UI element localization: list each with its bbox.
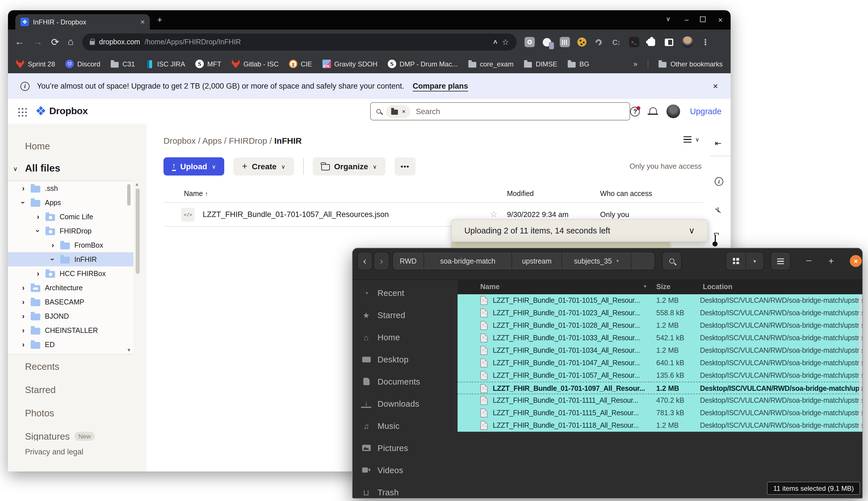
sidebar-item-starred[interactable]: Starred <box>25 385 56 395</box>
search-filter-chip[interactable]: × <box>386 105 411 118</box>
fm-back-button[interactable]: ‹ <box>357 252 372 270</box>
url-bar[interactable]: dropbox.com /home/Apps/FHIRDrop/InFHIR <… <box>82 33 516 51</box>
tab-search-chevron-icon[interactable]: ∨ <box>666 15 671 23</box>
fm-search-button[interactable] <box>662 252 682 270</box>
fm-sidebar-trash[interactable]: ⊔Trash <box>352 481 458 499</box>
chevron-right-icon[interactable]: › <box>35 212 41 221</box>
collapse-panel-icon[interactable]: ⇤ <box>715 139 721 148</box>
terminal-extension-icon[interactable]: >_ <box>629 37 639 47</box>
chevron-down-icon[interactable]: ∨ <box>688 225 695 236</box>
fm-row-1015[interactable]: LZZT_FHIR_Bundle_01-701-1015_All_Resour.… <box>458 294 862 307</box>
banner-close-icon[interactable]: × <box>713 81 718 91</box>
fm-zoom-out-button[interactable]: – <box>801 255 817 265</box>
apps-grid-icon[interactable] <box>17 107 27 116</box>
dropbox-logo-icon[interactable]: ❖ <box>35 105 46 118</box>
column-header-modified[interactable]: Modified <box>507 190 534 198</box>
fm-sidebar-music[interactable]: ♫Music <box>352 415 458 437</box>
tree-item-frombox[interactable]: ›FromBox <box>8 238 133 252</box>
fm-row-1034[interactable]: LZZT_FHIR_Bundle_01-701-1034_All_Resour.… <box>458 344 862 357</box>
tree-item-infhir-selected[interactable]: ›InFHIR <box>8 252 133 266</box>
chevron-right-icon[interactable]: › <box>35 269 41 278</box>
fm-row-1118[interactable]: LZZT_FHIR_Bundle_01-701-1118_All_Resour.… <box>458 419 862 432</box>
fm-sidebar-pictures[interactable]: Pictures <box>352 437 458 459</box>
chevron-right-icon[interactable]: › <box>20 340 26 349</box>
bell-icon[interactable] <box>650 107 657 114</box>
fm-sidebar-downloads[interactable]: ↓Downloads <box>352 393 458 415</box>
fm-column-size[interactable]: Size <box>656 283 671 291</box>
bookmark-gitlab-isc[interactable]: Gitlab - ISC <box>231 60 279 68</box>
folder-activity-icon[interactable] <box>715 235 716 244</box>
bookmarks-overflow-chevron[interactable]: » <box>633 60 637 68</box>
tree-item-ssh[interactable]: ›.ssh <box>8 181 133 195</box>
window-close-button[interactable]: × <box>718 15 723 24</box>
fm-sidebar-starred[interactable]: ★Starred <box>352 304 458 326</box>
file-name[interactable]: LZZT_FHIR_Bundle_01-701-1057_All_Resourc… <box>203 210 389 219</box>
fm-column-location[interactable]: Location <box>703 283 732 291</box>
sidebar-item-recents[interactable]: Recents <box>25 361 59 372</box>
bookmark-bg[interactable]: BG <box>567 60 589 68</box>
browser-tab[interactable]: ❖ InFHIR - Dropbox × <box>15 14 150 30</box>
browser-menu-kebab-icon[interactable]: ⋮ <box>700 37 710 47</box>
fm-sidebar-recent[interactable]: ◔Recent <box>352 282 458 304</box>
bookmark-gravity-sdoh[interactable]: 67KGravity SDOH <box>323 60 378 68</box>
tree-item-bjond[interactable]: ›BJOND <box>8 309 133 323</box>
fm-zoom-in-button[interactable]: + <box>823 256 839 266</box>
info-icon[interactable]: i <box>715 177 723 186</box>
search-bar[interactable]: × Search <box>370 102 630 120</box>
tree-scroll-down-icon[interactable]: ▼ <box>127 348 131 353</box>
tree-item-fhirdrop[interactable]: ›FHIRDrop <box>8 224 133 238</box>
barcode-extension-icon[interactable] <box>560 37 570 47</box>
sidebar-item-signatures[interactable]: SignaturesNew <box>25 431 95 441</box>
sidebar-item-home[interactable]: Home <box>25 141 50 152</box>
create-button[interactable]: + Create ∨ <box>234 157 294 175</box>
fm-row-1057[interactable]: LZZT_FHIR_Bundle_01-701-1057_All_Resour.… <box>458 369 862 382</box>
fm-view-dropdown-button[interactable]: ▾ <box>745 252 764 270</box>
sidebar-scrollbar[interactable] <box>136 189 140 274</box>
loop-extension-icon[interactable] <box>594 37 604 47</box>
bookmark-discord[interactable]: ᗢDiscord <box>65 60 100 68</box>
fm-row-1028[interactable]: LZZT_FHIR_Bundle_01-701-1028_All_Resour.… <box>458 319 862 332</box>
chevron-down-icon[interactable]: ∨ <box>13 165 18 173</box>
breadcrumb-fhirdrop[interactable]: FHIRDrop <box>229 136 267 146</box>
bookmark-core-exam[interactable]: core_exam <box>468 60 513 68</box>
tree-item-comic-life[interactable]: ›Comic Life <box>8 210 133 224</box>
bookmark-c31[interactable]: C31 <box>110 60 135 68</box>
chevron-right-icon[interactable]: › <box>20 284 26 292</box>
upload-progress-snackbar[interactable]: Uploading 2 of 11 items, 14 seconds left… <box>451 219 708 242</box>
fm-forward-button[interactable]: › <box>373 252 389 270</box>
chevron-down-icon[interactable]: › <box>34 228 42 234</box>
path-segment-soa-bridge-match[interactable]: soa-bridge-match <box>424 252 512 270</box>
tree-item-architecture[interactable]: ›Architecture <box>8 280 133 295</box>
forward-icon[interactable]: → <box>33 36 43 48</box>
chevron-right-icon[interactable]: › <box>50 241 56 249</box>
bookmark-mft[interactable]: SMFT <box>195 60 221 68</box>
chevron-right-icon[interactable]: › <box>20 326 26 334</box>
cookie-extension-icon[interactable] <box>577 38 586 46</box>
sidebar-scroll-up-icon[interactable]: ▲ <box>134 182 139 187</box>
help-icon[interactable]: ? <box>630 107 640 116</box>
tab-close-icon[interactable]: × <box>141 18 145 26</box>
chevron-down-icon[interactable]: › <box>48 256 57 262</box>
compare-plans-link[interactable]: Compare plans <box>413 82 468 90</box>
chip-remove-icon[interactable]: × <box>402 108 405 115</box>
bookmark-cie[interactable]: CIE <box>289 60 312 68</box>
fm-close-button[interactable]: × <box>850 255 862 267</box>
pin-icon[interactable]: ✁ <box>712 204 724 217</box>
fm-sidebar-home[interactable]: ⌂Home <box>352 326 458 348</box>
path-segment-upstream[interactable]: upstream <box>512 252 562 270</box>
fm-sidebar-documents[interactable]: Documents <box>352 370 458 393</box>
gauge-extension-icon[interactable] <box>542 37 552 47</box>
fm-row-1115[interactable]: LZZT_FHIR_Bundle_01-701-1115_All_Resour.… <box>458 407 862 419</box>
tree-item-apps[interactable]: ›Apps <box>8 195 133 210</box>
screenshot-extension-icon[interactable] <box>524 37 534 47</box>
back-icon[interactable]: ← <box>15 36 24 48</box>
window-minimize-button[interactable]: – <box>685 15 688 24</box>
fm-menu-button[interactable] <box>770 252 791 270</box>
extensions-puzzle-icon[interactable] <box>646 37 657 47</box>
column-header-name[interactable]: Name ↑ <box>184 190 208 198</box>
view-toggle-button[interactable]: ∨ <box>683 136 699 142</box>
path-segment-rwd[interactable]: RWD <box>393 252 424 270</box>
breadcrumb-apps[interactable]: Apps <box>202 136 222 146</box>
upload-button[interactable]: ↑ Upload ∨ <box>163 157 225 175</box>
fm-grid-view-button[interactable] <box>726 252 746 270</box>
